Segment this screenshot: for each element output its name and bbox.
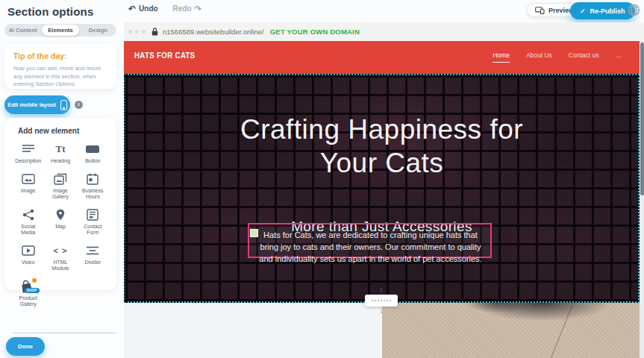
html-module-icon: < > <box>54 244 68 257</box>
tip-title: Tip of the day: <box>13 51 107 60</box>
resize-grip-dots <box>372 300 391 301</box>
palette-item-video[interactable]: Video <box>12 244 44 271</box>
redo-label: Redo <box>173 4 192 13</box>
nav-contact-us[interactable]: Contact us <box>569 51 599 63</box>
add-element-title: Add new element <box>18 127 109 135</box>
palette-item-map[interactable]: Map <box>44 208 76 236</box>
image-gallery-icon <box>54 172 67 186</box>
contact-form-icon <box>87 208 99 222</box>
palette-item-product-gallery[interactable]: SHOP Product Gallery <box>12 280 44 307</box>
sidebar: AI Content Elements Design Tip of the da… <box>0 22 124 358</box>
video-icon <box>22 244 35 257</box>
palette-item-html-module[interactable]: < > HTML Module <box>44 244 76 271</box>
window-dots-icon <box>128 30 146 34</box>
undo-redo-group: ↶ Undo Redo ↷ <box>128 4 202 13</box>
tip-of-the-day-card: Tip of the day: Now you can add, move an… <box>4 44 116 89</box>
republish-button[interactable]: ✓ Re-Publish <box>570 2 635 19</box>
hero-paragraph-selection[interactable]: Hats for Cats, we are dedicated to craft… <box>248 223 492 258</box>
info-icon[interactable]: i <box>75 101 83 109</box>
hero-heading[interactable]: Crafting Happiness for Your Cats <box>125 113 638 180</box>
palette-item-image[interactable]: Image <box>12 172 44 200</box>
site-canvas: HATS FOR CATS Home About Us Contact us …… <box>124 41 640 358</box>
redo-icon: ↷ <box>195 5 202 13</box>
palette-label: Product Gallery <box>13 295 43 307</box>
hero-paragraph: Hats for Cats, we are dedicated to craft… <box>249 224 490 265</box>
next-section-photo <box>382 303 640 358</box>
palette-item-divider[interactable]: Divider <box>77 244 109 271</box>
element-palette: Description Tt Heading Button Ima <box>12 142 109 307</box>
image-icon <box>22 172 35 186</box>
new-badge-icon <box>31 277 37 283</box>
social-media-share-icon <box>22 208 34 222</box>
palette-label: HTML Module <box>46 260 75 271</box>
hero-heading-line1: Crafting Happiness for <box>125 113 638 146</box>
hero-section-selected[interactable]: Crafting Happiness for Your Cats More th… <box>124 74 640 303</box>
tip-body: Now you can add, move and resize any ele… <box>13 65 107 89</box>
element-drag-handle[interactable] <box>250 229 258 237</box>
preview-scrollbar <box>640 41 644 358</box>
palette-label: Video <box>22 260 35 266</box>
lock-icon <box>151 28 158 36</box>
nav-about-us[interactable]: About Us <box>526 51 552 63</box>
divider-icon <box>86 244 99 257</box>
palette-label: Social Media <box>13 224 43 236</box>
check-icon: ✓ <box>580 7 586 15</box>
devices-icon <box>535 7 545 14</box>
palette-label: Button <box>85 158 100 164</box>
shop-badge: SHOP <box>25 288 40 293</box>
redo-button[interactable]: Redo ↷ <box>173 4 202 13</box>
palette-label: Description <box>15 158 41 164</box>
resize-up-arrow-icon: ↑ <box>378 286 385 294</box>
product-gallery-icon: SHOP <box>20 280 37 293</box>
palette-label: Heading <box>51 158 70 164</box>
heading-icon: Tt <box>55 142 65 156</box>
mobile-phone-icon <box>60 100 67 110</box>
browser-chrome: n1566589.websitebuilder.online/ GET YOUR… <box>124 22 644 41</box>
edit-mobile-layout-button[interactable]: Edit mobile layout <box>4 95 70 114</box>
palette-item-business-hours[interactable]: Business Hours <box>77 172 109 200</box>
palette-item-heading[interactable]: Tt Heading <box>44 142 76 164</box>
nav-home[interactable]: Home <box>493 51 510 63</box>
business-hours-icon <box>87 172 99 186</box>
site-header: HATS FOR CATS Home About Us Contact us … <box>124 41 640 74</box>
hero-heading-line2: Your Cats <box>125 146 638 180</box>
site-url: n1566589.websitebuilder.online/ <box>163 28 264 36</box>
resize-down-arrow-icon: ↓ <box>378 307 385 315</box>
map-pin-icon <box>56 208 65 222</box>
top-toolbar: Section options ↶ Undo Redo ↷ Preview ✓ … <box>0 0 644 22</box>
republish-label: Re-Publish <box>590 7 625 15</box>
undo-label: Undo <box>139 4 158 13</box>
palette-label: Image <box>21 188 35 194</box>
nav-more-ellipsis[interactable]: … <box>616 51 622 63</box>
add-element-panel: Add new element Description Tt Heading <box>4 118 116 290</box>
page-title: Section options <box>7 5 94 18</box>
palette-label: Image Gallery <box>46 188 75 200</box>
undo-button[interactable]: ↶ Undo <box>128 4 158 13</box>
edit-mobile-label: Edit mobile layout <box>7 101 56 108</box>
tab-elements[interactable]: Elements <box>42 25 78 36</box>
section-resize-handle[interactable]: ↑ ↓ <box>365 295 398 307</box>
preview-scrollbar-thumb[interactable] <box>640 43 644 195</box>
palette-item-button[interactable]: Button <box>77 142 109 164</box>
button-icon <box>85 142 100 156</box>
description-icon <box>22 142 35 156</box>
palette-item-description[interactable]: Description <box>12 142 44 164</box>
site-logo[interactable]: HATS FOR CATS <box>134 51 196 60</box>
done-button[interactable]: Done <box>6 337 45 356</box>
site-nav: Home About Us Contact us … <box>493 51 622 63</box>
get-domain-link[interactable]: GET YOUR OWN DOMAIN <box>270 28 360 36</box>
palette-label: Business Hours <box>78 188 107 200</box>
palette-item-image-gallery[interactable]: Image Gallery <box>44 172 76 200</box>
palette-label: Map <box>55 224 66 230</box>
palette-item-social-media[interactable]: Social Media <box>12 208 44 236</box>
palette-item-contact-form[interactable]: Contact Form <box>77 208 109 236</box>
sidebar-divider <box>13 333 116 333</box>
tab-ai-content[interactable]: AI Content <box>4 25 41 36</box>
globe-language-icon[interactable] <box>628 4 640 16</box>
sidebar-tabbar: AI Content Elements Design <box>4 24 116 37</box>
palette-label: Contact Form <box>78 224 107 236</box>
tab-design[interactable]: Design <box>80 25 116 36</box>
undo-icon: ↶ <box>128 5 136 13</box>
palette-label: Divider <box>84 260 101 266</box>
app-window: Section options ↶ Undo Redo ↷ Preview ✓ … <box>0 0 644 358</box>
